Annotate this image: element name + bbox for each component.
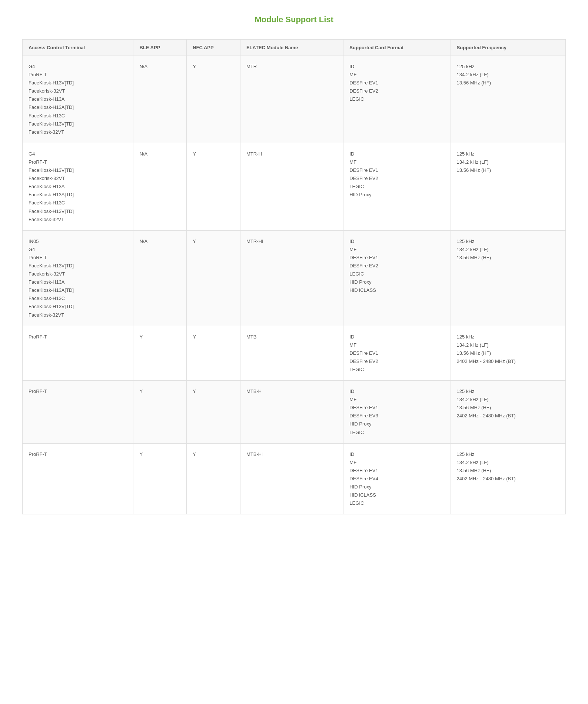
cell-terminal: IN05 G4 ProRF-T FaceKiosk-H13V[TD] Facek… [23,230,133,326]
col-header-module: ELATEC Module Name [240,40,343,56]
table-row: ProRF-TYYMTB-HiID MF DESFire EV1 DESFire… [23,443,566,514]
table-row: ProRF-TYYMTB-HID MF DESFire EV1 DESFire … [23,381,566,444]
col-header-frequency: Supported Frequency [451,40,565,56]
cell-module: MTR-Hi [240,230,343,326]
cell-card_format: ID MF DESFire EV1 DESFire EV2 LEGIC [343,326,451,380]
cell-card_format: ID MF DESFire EV1 DESFire EV2 LEGIC [343,56,451,143]
cell-nfc: Y [187,443,240,514]
cell-terminal: ProRF-T [23,381,133,444]
table-row: IN05 G4 ProRF-T FaceKiosk-H13V[TD] Facek… [23,230,566,326]
page-container: Module Support List Access Control Termi… [0,0,588,529]
cell-module: MTB [240,326,343,380]
cell-ble: N/A [133,56,187,143]
cell-terminal: G4 ProRF-T FaceKiosk-H13V[TD] Facekorisk… [23,56,133,143]
cell-ble: N/A [133,143,187,230]
page-title: Module Support List [22,15,566,24]
table-header-row: Access Control Terminal BLE APP NFC APP … [23,40,566,56]
cell-frequency: 125 kHz 134.2 kHz (LF) 13.56 MHz (HF) 24… [451,381,565,444]
cell-nfc: Y [187,143,240,230]
cell-card_format: ID MF DESFire EV1 DESFire EV2 LEGIC HID … [343,143,451,230]
cell-nfc: Y [187,381,240,444]
cell-nfc: Y [187,230,240,326]
cell-nfc: Y [187,326,240,380]
cell-nfc: Y [187,56,240,143]
cell-module: MTR [240,56,343,143]
cell-frequency: 125 kHz 134.2 kHz (LF) 13.56 MHz (HF) [451,143,565,230]
cell-frequency: 125 kHz 134.2 kHz (LF) 13.56 MHz (HF) [451,230,565,326]
cell-card_format: ID MF DESFire EV1 DESFire EV3 HID Proxy … [343,381,451,444]
cell-terminal: ProRF-T [23,443,133,514]
cell-frequency: 125 kHz 134.2 kHz (LF) 13.56 MHz (HF) [451,56,565,143]
cell-module: MTB-Hi [240,443,343,514]
col-header-card-format: Supported Card Format [343,40,451,56]
col-header-terminal: Access Control Terminal [23,40,133,56]
cell-frequency: 125 kHz 134.2 kHz (LF) 13.56 MHz (HF) 24… [451,443,565,514]
table-row: ProRF-TYYMTBID MF DESFire EV1 DESFire EV… [23,326,566,380]
cell-terminal: G4 ProRF-T FaceKiosk-H13V[TD] Facekorisk… [23,143,133,230]
col-header-ble: BLE APP [133,40,187,56]
table-row: G4 ProRF-T FaceKiosk-H13V[TD] Facekorisk… [23,56,566,143]
cell-module: MTB-H [240,381,343,444]
cell-ble: Y [133,381,187,444]
col-header-nfc: NFC APP [187,40,240,56]
module-support-table: Access Control Terminal BLE APP NFC APP … [22,39,566,514]
cell-card_format: ID MF DESFire EV1 DESFire EV2 LEGIC HID … [343,230,451,326]
cell-frequency: 125 kHz 134.2 kHz (LF) 13.56 MHz (HF) 24… [451,326,565,380]
table-row: G4 ProRF-T FaceKiosk-H13V[TD] Facekorisk… [23,143,566,230]
cell-ble: Y [133,443,187,514]
cell-ble: Y [133,326,187,380]
cell-module: MTR-H [240,143,343,230]
cell-terminal: ProRF-T [23,326,133,380]
cell-ble: N/A [133,230,187,326]
cell-card_format: ID MF DESFire EV1 DESFire EV4 HID Proxy … [343,443,451,514]
